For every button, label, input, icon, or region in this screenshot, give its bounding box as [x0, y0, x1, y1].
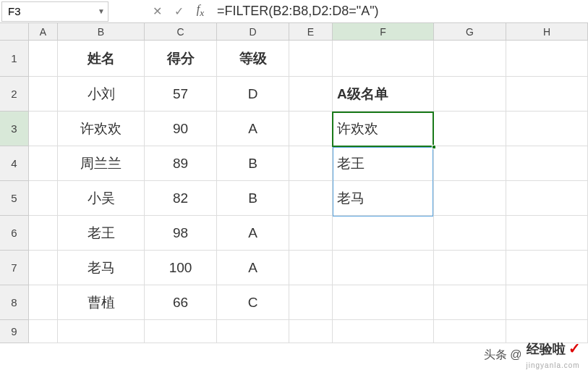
watermark-sub: jingyanla.com: [527, 361, 580, 369]
cell-F4[interactable]: 老王: [333, 146, 434, 181]
col-header-E[interactable]: E: [289, 23, 333, 41]
cell-G7[interactable]: [434, 251, 506, 285]
cell-E1[interactable]: [289, 41, 333, 77]
row-header-9[interactable]: 9: [0, 320, 29, 343]
cell-B1[interactable]: 姓名: [58, 41, 145, 77]
col-header-C[interactable]: C: [145, 23, 217, 41]
cell-H3[interactable]: [506, 112, 588, 146]
cell-F1[interactable]: [333, 41, 434, 77]
cell-G2[interactable]: [434, 77, 506, 112]
cell-G8[interactable]: [434, 285, 506, 320]
cell-A2[interactable]: [29, 77, 58, 112]
cell-G6[interactable]: [434, 216, 506, 251]
cell-G5[interactable]: [434, 181, 506, 216]
name-box[interactable]: F3 ▼: [1, 1, 108, 22]
confirm-button[interactable]: ✓: [168, 1, 189, 22]
cell-B9[interactable]: [58, 320, 145, 343]
name-box-dropdown-icon[interactable]: ▼: [98, 7, 105, 15]
cell-B4[interactable]: 周兰兰: [58, 146, 145, 181]
cell-B5[interactable]: 小吴: [58, 181, 145, 216]
cell-H5[interactable]: [506, 181, 588, 216]
cell-C5[interactable]: 82: [145, 181, 217, 216]
select-all-corner[interactable]: [0, 23, 29, 41]
cell-G4[interactable]: [434, 146, 506, 181]
row-header-6[interactable]: 6: [0, 216, 29, 251]
cell-B2[interactable]: 小刘: [58, 77, 145, 112]
col-header-H[interactable]: H: [506, 23, 588, 41]
cell-E2[interactable]: [289, 77, 333, 112]
cell-C2[interactable]: 57: [145, 77, 217, 112]
cell-D2[interactable]: D: [217, 77, 289, 112]
cell-G1[interactable]: [434, 41, 506, 77]
cell-C8[interactable]: 66: [145, 285, 217, 320]
cell-D9[interactable]: [217, 320, 289, 343]
cell-A1[interactable]: [29, 41, 58, 77]
cell-H6[interactable]: [506, 216, 588, 251]
spreadsheet-grid[interactable]: A B C D E F G H 1 姓名 得分 等级 2 小刘 57 D A级名…: [0, 23, 588, 343]
cell-A3[interactable]: [29, 112, 58, 146]
cell-F2[interactable]: A级名单: [333, 77, 434, 112]
cell-E6[interactable]: [289, 216, 333, 251]
col-header-F[interactable]: F: [333, 23, 434, 41]
row-header-2[interactable]: 2: [0, 77, 29, 112]
cell-B3[interactable]: 许欢欢: [58, 112, 145, 146]
cell-B8[interactable]: 曹植: [58, 285, 145, 320]
cell-C1[interactable]: 得分: [145, 41, 217, 77]
cell-C4[interactable]: 89: [145, 146, 217, 181]
cell-C9[interactable]: [145, 320, 217, 343]
cell-F6[interactable]: [333, 216, 434, 251]
formula-bar: F3 ▼ ✕ ✓ fx =FILTER(B2:B8,D2:D8="A"): [0, 0, 588, 23]
check-icon: ✓: [568, 340, 581, 356]
cell-F3[interactable]: 许欢欢: [333, 112, 434, 146]
cell-D7[interactable]: A: [217, 251, 289, 285]
cell-D4[interactable]: B: [217, 146, 289, 181]
cell-H1[interactable]: [506, 41, 588, 77]
cell-D3[interactable]: A: [217, 112, 289, 146]
cell-C6[interactable]: 98: [145, 216, 217, 251]
cell-E7[interactable]: [289, 251, 333, 285]
cell-A6[interactable]: [29, 216, 58, 251]
row-header-7[interactable]: 7: [0, 251, 29, 285]
cell-A5[interactable]: [29, 181, 58, 216]
cell-C3[interactable]: 90: [145, 112, 217, 146]
cell-H4[interactable]: [506, 146, 588, 181]
cell-F5[interactable]: 老马: [333, 181, 434, 216]
col-header-A[interactable]: A: [29, 23, 58, 41]
cell-H7[interactable]: [506, 251, 588, 285]
cell-D1[interactable]: 等级: [217, 41, 289, 77]
cell-B6[interactable]: 老王: [58, 216, 145, 251]
cell-D6[interactable]: A: [217, 216, 289, 251]
cell-C7[interactable]: 100: [145, 251, 217, 285]
cell-E5[interactable]: [289, 181, 333, 216]
cell-H2[interactable]: [506, 77, 588, 112]
cell-F8[interactable]: [333, 285, 434, 320]
cell-B7[interactable]: 老马: [58, 251, 145, 285]
cell-A7[interactable]: [29, 251, 58, 285]
cell-F7[interactable]: [333, 251, 434, 285]
row-header-4[interactable]: 4: [0, 146, 29, 181]
cell-A4[interactable]: [29, 146, 58, 181]
col-header-D[interactable]: D: [217, 23, 289, 41]
formula-input[interactable]: =FILTER(B2:B8,D2:D8="A"): [211, 1, 588, 22]
cell-H8[interactable]: [506, 285, 588, 320]
row-header-3[interactable]: 3: [0, 112, 29, 146]
cell-D5[interactable]: B: [217, 181, 289, 216]
cancel-button[interactable]: ✕: [146, 1, 168, 22]
cell-E8[interactable]: [289, 285, 333, 320]
cell-E9[interactable]: [289, 320, 333, 343]
col-header-B[interactable]: B: [58, 23, 145, 41]
row-header-5[interactable]: 5: [0, 181, 29, 216]
watermark-source: 头条 @: [484, 348, 522, 363]
row-header-1[interactable]: 1: [0, 41, 29, 77]
fill-handle[interactable]: [432, 145, 436, 149]
fx-icon[interactable]: fx: [189, 3, 211, 19]
cell-D8[interactable]: C: [217, 285, 289, 320]
cell-E4[interactable]: [289, 146, 333, 181]
cell-A9[interactable]: [29, 320, 58, 343]
row-header-8[interactable]: 8: [0, 285, 29, 320]
cell-A8[interactable]: [29, 285, 58, 320]
cell-F9[interactable]: [333, 320, 434, 343]
cell-G3[interactable]: [434, 112, 506, 146]
col-header-G[interactable]: G: [434, 23, 506, 41]
cell-E3[interactable]: [289, 112, 333, 146]
